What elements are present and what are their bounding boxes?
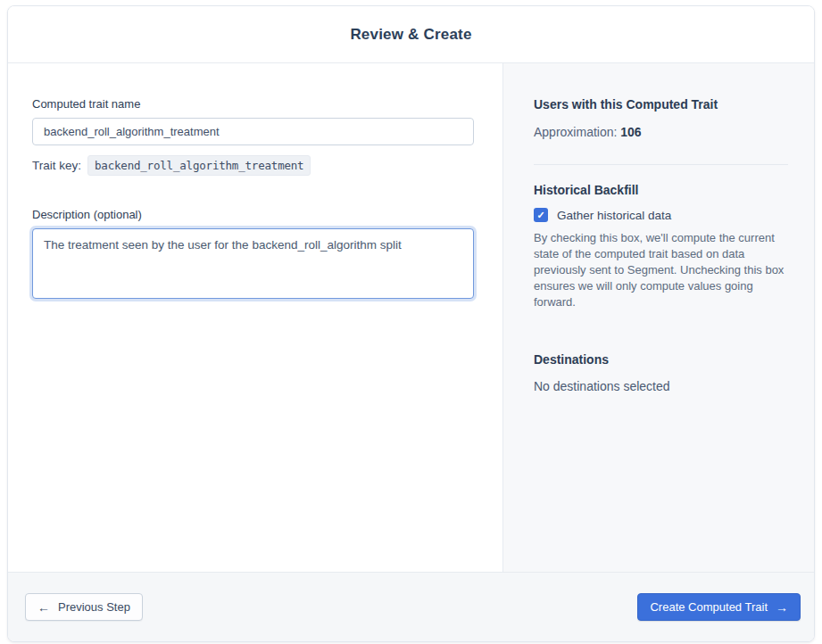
users-heading: Users with this Computed Trait <box>534 97 788 111</box>
trait-name-input[interactable] <box>32 118 474 145</box>
destinations-value: No destinations selected <box>534 379 788 393</box>
footer: ← Previous Step Create Computed Trait → <box>8 572 814 641</box>
summary-panel: Users with this Computed Trait Approxima… <box>502 63 815 572</box>
gather-historical-data-checkbox[interactable]: ✓ Gather historical data <box>534 208 788 222</box>
previous-step-label: Previous Step <box>58 600 130 614</box>
backfill-heading: Historical Backfill <box>534 183 788 197</box>
approximation-label: Approximation: <box>534 125 617 139</box>
checkbox-checked-icon[interactable]: ✓ <box>534 208 548 222</box>
previous-step-button[interactable]: ← Previous Step <box>25 593 143 621</box>
trait-key-row: Trait key: backend_roll_algorithm_treatm… <box>32 155 474 176</box>
trait-form: Computed trait name Trait key: backend_r… <box>8 63 502 572</box>
description-label: Description (optional) <box>32 208 474 221</box>
review-create-card: Review & Create Computed trait name Trai… <box>7 5 815 642</box>
trait-name-label: Computed trait name <box>32 97 474 111</box>
trait-key-label: Trait key: <box>32 159 81 172</box>
page-title: Review & Create <box>350 26 471 44</box>
destinations-heading: Destinations <box>534 352 788 367</box>
approximation-value: 106 <box>620 125 641 139</box>
section-divider <box>534 164 788 165</box>
main-content: Computed trait name Trait key: backend_r… <box>8 63 814 572</box>
header: Review & Create <box>8 6 814 63</box>
create-trait-label: Create Computed Trait <box>650 600 768 614</box>
trait-key-badge: backend_roll_algorithm_treatment <box>87 155 311 176</box>
backfill-description: By checking this box, we'll compute the … <box>534 230 788 310</box>
checkbox-label: Gather historical data <box>557 209 671 222</box>
back-arrow-icon: ← <box>37 601 50 614</box>
approximation-row: Approximation: 106 <box>534 125 788 139</box>
forward-arrow-icon: → <box>776 601 788 614</box>
create-computed-trait-button[interactable]: Create Computed Trait → <box>637 593 801 621</box>
checkmark-icon: ✓ <box>536 211 544 220</box>
description-textarea[interactable]: The treatment seen by the user for the b… <box>32 228 474 299</box>
